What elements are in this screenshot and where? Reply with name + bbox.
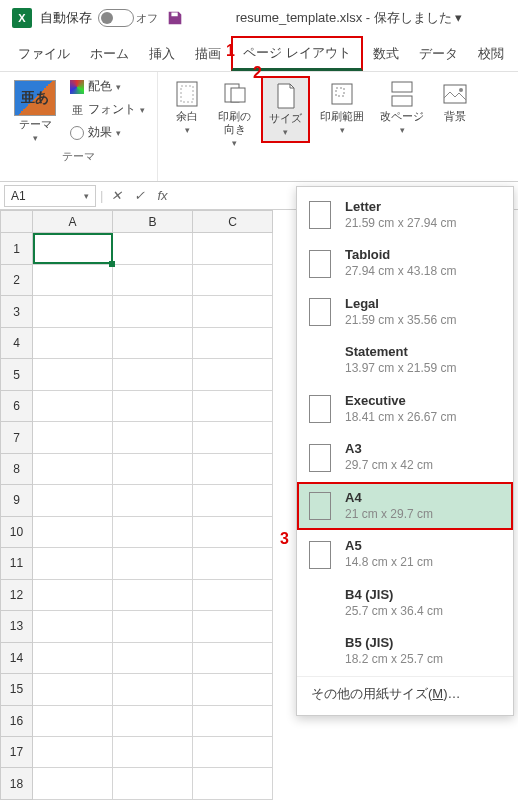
breaks-button[interactable]: 改ページ ▾ <box>374 76 430 139</box>
cell[interactable] <box>33 674 113 705</box>
paper-size-option[interactable]: A3 29.7 cm x 42 cm <box>297 433 513 481</box>
cell[interactable] <box>33 705 113 736</box>
cell[interactable] <box>113 359 193 390</box>
cell[interactable] <box>193 674 273 705</box>
cell[interactable] <box>193 264 273 295</box>
cell[interactable] <box>193 548 273 579</box>
paper-size-option[interactable]: Legal 21.59 cm x 35.56 cm <box>297 288 513 336</box>
cell[interactable] <box>113 233 193 264</box>
cell[interactable] <box>113 548 193 579</box>
row-header[interactable]: 14 <box>1 642 33 673</box>
enter-icon[interactable]: ✓ <box>130 188 149 203</box>
cell[interactable] <box>193 359 273 390</box>
cell[interactable] <box>193 327 273 358</box>
cell[interactable] <box>33 233 113 264</box>
row-header[interactable]: 2 <box>1 264 33 295</box>
cell[interactable] <box>193 453 273 484</box>
row-header[interactable]: 4 <box>1 327 33 358</box>
cell[interactable] <box>33 422 113 453</box>
fx-icon[interactable]: fx <box>153 188 171 203</box>
margins-button[interactable]: 余白 ▾ <box>166 76 208 139</box>
column-header[interactable]: C <box>193 211 273 233</box>
cell[interactable] <box>33 579 113 610</box>
row-header[interactable]: 12 <box>1 579 33 610</box>
tab-insert[interactable]: 挿入 <box>139 36 185 71</box>
row-header[interactable]: 10 <box>1 516 33 547</box>
cell[interactable] <box>193 390 273 421</box>
cell[interactable] <box>113 516 193 547</box>
row-header[interactable]: 18 <box>1 768 33 800</box>
row-header[interactable]: 15 <box>1 674 33 705</box>
cell[interactable] <box>193 233 273 264</box>
paper-size-option[interactable]: Tabloid 27.94 cm x 43.18 cm <box>297 239 513 287</box>
row-header[interactable]: 9 <box>1 485 33 516</box>
themes-button[interactable]: 亜あ テーマ ▾ <box>8 76 62 147</box>
cell[interactable] <box>113 674 193 705</box>
cell[interactable] <box>33 453 113 484</box>
cell[interactable] <box>33 359 113 390</box>
paper-size-option[interactable]: B5 (JIS) 18.2 cm x 25.7 cm <box>297 627 513 675</box>
cell[interactable] <box>33 296 113 327</box>
tab-formulas[interactable]: 数式 <box>363 36 409 71</box>
tab-draw[interactable]: 描画 <box>185 36 231 71</box>
cell[interactable] <box>193 768 273 800</box>
cell[interactable] <box>193 705 273 736</box>
paper-size-option[interactable]: Executive 18.41 cm x 26.67 cm <box>297 385 513 433</box>
more-paper-sizes[interactable]: その他の用紙サイズ(M)… <box>297 676 513 711</box>
cell[interactable] <box>113 422 193 453</box>
row-header[interactable]: 6 <box>1 390 33 421</box>
cell[interactable] <box>113 736 193 767</box>
cell[interactable] <box>113 768 193 800</box>
cell[interactable] <box>193 736 273 767</box>
cell[interactable] <box>113 485 193 516</box>
cell[interactable] <box>33 611 113 642</box>
cell[interactable] <box>113 327 193 358</box>
row-header[interactable]: 7 <box>1 422 33 453</box>
cell[interactable] <box>113 390 193 421</box>
cell[interactable] <box>113 642 193 673</box>
row-header[interactable]: 3 <box>1 296 33 327</box>
row-header[interactable]: 11 <box>1 548 33 579</box>
cell[interactable] <box>113 579 193 610</box>
paper-size-option[interactable]: Statement 13.97 cm x 21.59 cm <box>297 336 513 384</box>
tab-file[interactable]: ファイル <box>8 36 80 71</box>
cell[interactable] <box>33 736 113 767</box>
print-area-button[interactable]: 印刷範囲 ▾ <box>314 76 370 139</box>
row-header[interactable]: 8 <box>1 453 33 484</box>
column-header[interactable]: B <box>113 211 193 233</box>
cell[interactable] <box>33 548 113 579</box>
paper-size-option[interactable]: B4 (JIS) 25.7 cm x 36.4 cm <box>297 579 513 627</box>
cell[interactable] <box>113 705 193 736</box>
save-icon[interactable] <box>166 9 184 27</box>
cell[interactable] <box>33 264 113 295</box>
select-all-cell[interactable] <box>1 211 33 233</box>
orientation-button[interactable]: 印刷の 向き ▾ <box>212 76 257 152</box>
cell[interactable] <box>33 642 113 673</box>
row-header[interactable]: 17 <box>1 736 33 767</box>
tab-page-layout[interactable]: ページ レイアウト <box>231 36 363 71</box>
cell[interactable] <box>113 296 193 327</box>
background-button[interactable]: 背景 <box>434 76 476 127</box>
row-header[interactable]: 13 <box>1 611 33 642</box>
column-header[interactable]: A <box>33 211 113 233</box>
fonts-menu[interactable]: 亜 フォント ▾ <box>66 99 149 120</box>
cell[interactable] <box>193 611 273 642</box>
autosave-toggle[interactable] <box>98 9 134 27</box>
autosave-control[interactable]: 自動保存 オフ <box>40 9 158 27</box>
row-header[interactable]: 16 <box>1 705 33 736</box>
name-box[interactable]: A1 ▾ <box>4 185 96 207</box>
cell[interactable] <box>33 390 113 421</box>
cell[interactable] <box>113 264 193 295</box>
cell[interactable] <box>33 516 113 547</box>
cell[interactable] <box>113 453 193 484</box>
cell[interactable] <box>193 579 273 610</box>
colors-menu[interactable]: 配色 ▾ <box>66 76 149 97</box>
paper-size-option[interactable]: A5 14.8 cm x 21 cm <box>297 530 513 578</box>
paper-size-option[interactable]: A4 21 cm x 29.7 cm <box>297 482 513 530</box>
cell[interactable] <box>193 516 273 547</box>
cell[interactable] <box>193 642 273 673</box>
effects-menu[interactable]: 効果 ▾ <box>66 122 149 143</box>
cell[interactable] <box>113 611 193 642</box>
filename-label[interactable]: resume_template.xlsx - 保存しました ▾ <box>192 9 506 27</box>
tab-data[interactable]: データ <box>409 36 468 71</box>
